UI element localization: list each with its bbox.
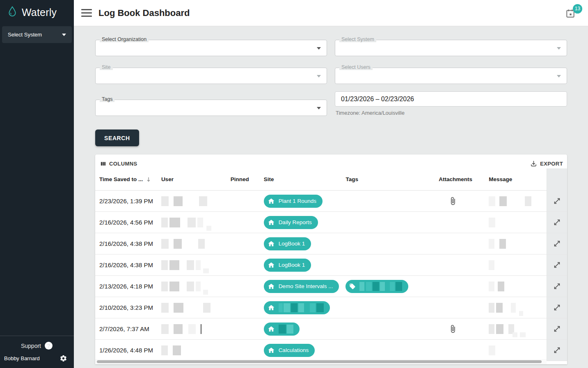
expand-row-button[interactable] [547, 233, 567, 254]
select-system-field[interactable]: Select System [335, 40, 567, 56]
select-system-label: Select System [339, 36, 376, 42]
calendar-notification-button[interactable]: 13 [565, 5, 579, 21]
redacted-block [287, 325, 293, 334]
cell-user [161, 324, 231, 334]
tags-field[interactable]: Tags [95, 100, 327, 116]
expand-row-button[interactable] [547, 276, 567, 297]
redacted-block [201, 324, 201, 334]
select-users-field[interactable]: Select Users [335, 68, 567, 84]
open-in-full-icon [553, 240, 561, 248]
cell-user [161, 196, 231, 206]
site-field[interactable]: Site [95, 68, 327, 84]
cell-user [161, 282, 231, 291]
redacted-block [188, 218, 196, 227]
redacted-block [499, 196, 507, 206]
redacted-block [196, 282, 201, 291]
sidebar-system-selector[interactable]: Select System [2, 26, 72, 43]
scrollbar-thumb[interactable] [97, 360, 542, 363]
expand-row-button[interactable] [547, 297, 567, 318]
redacted-block [298, 303, 304, 312]
table-row: 1/26/2026, 4:48 PMCalculations [95, 340, 567, 361]
header-pinned[interactable]: Pinned [231, 176, 264, 182]
cell-message [489, 303, 547, 313]
site-chip: Demo Site Intervals ... [264, 280, 339, 293]
time-saved-value: 2/16/2026, 4:38 PM [99, 240, 153, 247]
date-range-input[interactable]: 01/23/2026 – 02/23/2026 [335, 91, 567, 107]
redacted-block [188, 324, 196, 334]
search-button[interactable]: SEARCH [95, 129, 139, 146]
table-row: 2/23/2026, 1:39 PMPlant 1 Rounds [95, 191, 567, 212]
cell-user [161, 218, 231, 227]
user-name: Bobby Barnard [4, 355, 40, 361]
cell-expand [547, 212, 567, 233]
time-saved-value: 2/13/2026, 4:18 PM [99, 283, 153, 290]
header-message[interactable]: Message [489, 176, 547, 182]
table-row: 2/16/2026, 4:38 PMLogBook 1 [95, 233, 567, 254]
site-chip-label: Demo Site Intervals ... [279, 283, 333, 289]
cell-site [264, 301, 346, 314]
expand-row-button[interactable] [547, 254, 567, 275]
cell-time-saved: 2/23/2026, 1:39 PM [99, 198, 161, 204]
site-chip: Daily Reports [264, 216, 318, 229]
table-toolbar: COLUMNS EXPORT [95, 154, 567, 168]
cell-attachments [439, 197, 489, 205]
date-range-group: 01/23/2026 – 02/23/2026 Timezone: Americ… [335, 91, 567, 116]
tag-chip [345, 280, 408, 293]
site-chip-label: Calculations [279, 347, 309, 353]
site-chip [264, 323, 300, 336]
table-row: 2/10/2026, 3:23 PM [95, 297, 567, 318]
water-drop-logo-icon [7, 6, 18, 19]
sidebar-system-selector-label: Select System [8, 32, 42, 38]
header-site[interactable]: Site [264, 176, 346, 182]
tags-label: Tags [100, 96, 114, 102]
menu-hamburger-icon[interactable] [81, 9, 92, 17]
notification-badge: 13 [573, 4, 582, 14]
redacted-block [206, 226, 211, 231]
table-header-row: Time Saved to ... User Pinned Site Tags … [95, 168, 567, 191]
expand-row-button[interactable] [547, 212, 567, 233]
brand: Waterly [0, 0, 74, 24]
redacted-block [199, 196, 207, 206]
cell-attachments [439, 325, 489, 333]
expand-row-button[interactable] [547, 340, 567, 361]
cell-message [489, 324, 547, 334]
header-tags[interactable]: Tags [345, 176, 439, 182]
site-chip-label: LogBook 1 [279, 241, 305, 247]
redacted-block [174, 196, 183, 206]
redacted-block [512, 332, 517, 337]
house-icon [268, 304, 275, 311]
select-organization-field[interactable]: Select Organization [95, 40, 327, 56]
columns-button[interactable]: COLUMNS [100, 161, 137, 167]
redacted-block [161, 345, 168, 355]
site-chip: Calculations [264, 344, 315, 357]
header-time[interactable]: Time Saved to ... [99, 176, 161, 183]
select-organization-label: Select Organization [100, 36, 149, 42]
chevron-down-icon [557, 47, 561, 50]
export-button[interactable]: EXPORT [530, 160, 563, 167]
settings-gear-icon[interactable] [59, 354, 67, 362]
redacted-block [169, 282, 179, 291]
header-user[interactable]: User [161, 176, 231, 182]
sidebar: Waterly Select System Support ? Bobby Ba… [0, 0, 74, 368]
horizontal-scrollbar[interactable] [95, 359, 547, 364]
chevron-down-icon [557, 75, 561, 77]
expand-row-button[interactable] [547, 318, 567, 339]
support-link[interactable]: Support ? [0, 340, 74, 353]
cell-site: Daily Reports [264, 216, 346, 229]
redacted-block [174, 239, 182, 249]
sort-descending-icon[interactable] [145, 176, 152, 183]
app-root: Waterly Select System Support ? Bobby Ba… [0, 0, 588, 368]
cell-time-saved: 2/16/2026, 4:38 PM [99, 240, 161, 247]
cell-site: Plant 1 Rounds [264, 195, 346, 208]
header-attachments[interactable]: Attachments [439, 176, 489, 182]
page-title: Log Book Dashboard [98, 8, 190, 18]
redacted-block [173, 345, 181, 355]
open-in-full-icon [553, 261, 561, 269]
site-chip-label: Daily Reports [279, 219, 312, 225]
redacted-block [161, 303, 169, 313]
cell-message [489, 218, 547, 227]
open-in-full-icon [553, 304, 561, 311]
expand-row-button[interactable] [547, 191, 567, 211]
redacted-block [284, 303, 290, 312]
open-in-full-icon [553, 197, 561, 205]
